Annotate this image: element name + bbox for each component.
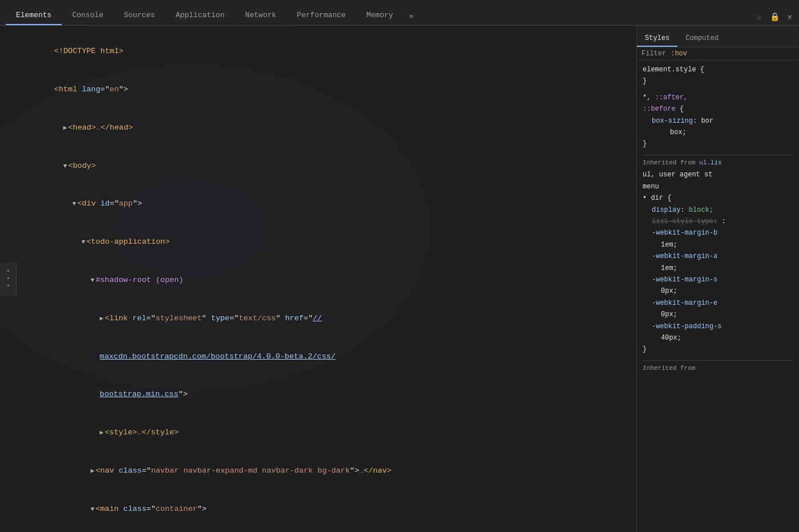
webkit-margin-a-prop: -webkit-margin-a <box>643 251 793 262</box>
code-line-div-app: ▼<div id="app"> <box>17 185 625 223</box>
tab-computed[interactable]: Computed <box>677 31 727 47</box>
styles-filter-bar: Filter :hov <box>637 47 799 61</box>
dir-close: } <box>643 344 793 355</box>
code-line-body: ▼<body> <box>17 147 625 185</box>
code-line-style1: ▶<style>…</style> <box>17 414 625 452</box>
dom-tree: <!DOCTYPE html> <html lang="en"> ▶<head>… <box>0 26 636 532</box>
box-value: box; <box>643 127 793 138</box>
tab-styles[interactable]: Styles <box>637 31 677 47</box>
menu-selector: menu <box>643 181 793 192</box>
webkit-padding-s-val: 40px; <box>643 332 793 344</box>
dir-selector: • dir { <box>643 192 793 204</box>
filter-label: Filter <box>641 50 666 58</box>
box-sizing-prop: box-sizing: bor <box>643 115 793 127</box>
lock-icon: 🔒 <box>768 11 782 23</box>
tab-elements[interactable]: Elements <box>6 6 62 25</box>
code-line-shadow-root: ▼#shadow-root (open) <box>17 261 625 300</box>
tab-application[interactable]: Application <box>166 6 235 25</box>
tab-network[interactable]: Network <box>235 6 286 25</box>
styles-panel: Styles Computed Filter :hov element.styl… <box>636 26 799 532</box>
devtools-navbar: Elements Console Sources Application Net… <box>0 0 799 26</box>
list-style-prop: list-style-type: : <box>643 216 793 227</box>
style-block-inherited: Inherited from ul.lis ul, user agent st … <box>643 155 793 356</box>
nav-more-button[interactable]: » <box>403 7 419 25</box>
element-style-close: } <box>643 75 793 87</box>
tab-sources[interactable]: Sources <box>114 6 166 25</box>
close-icon[interactable]: ✕ <box>785 11 794 23</box>
webkit-margin-b-val: 1em; <box>643 239 793 251</box>
styles-tabs: Styles Computed <box>637 26 799 47</box>
webkit-margin-e-prop: -webkit-margin-e <box>643 297 793 309</box>
webkit-padding-s-prop: -webkit-padding-s <box>643 321 793 332</box>
style-block-universal: *, ::after, ::before { box-sizing: bor b… <box>643 92 793 150</box>
elements-panel: ··· <!DOCTYPE html> <html lang="en"> ▶<h… <box>0 26 636 532</box>
style-block-element: element.style { } <box>643 64 793 87</box>
display-prop: display: block; <box>643 204 793 216</box>
webkit-margin-s-val: 0px; <box>643 285 793 297</box>
code-line-link: ▶<link rel="stylesheet" type="text/css" … <box>17 300 625 338</box>
code-line-html: <html lang="en"> <box>17 71 625 109</box>
sidebar-collapse-handle[interactable]: ··· <box>0 262 17 296</box>
code-line-todo-form: ▼<todo-form> <box>17 528 625 532</box>
nav-right-icons: ☆ 🔒 ✕ <box>754 11 799 25</box>
code-line-link-end: bootstrap.min.css"> <box>17 376 625 414</box>
webkit-margin-a-val: 1em; <box>643 263 793 274</box>
universal-selector: *, ::after, <box>643 92 793 103</box>
code-line-nav: ▶<nav class="navbar navbar-expand-md nav… <box>17 452 625 490</box>
style-block-inherited-2: Inherited from <box>643 360 793 374</box>
before-selector: ::before { <box>643 103 793 115</box>
styles-content: element.style { } *, ::after, ::before {… <box>637 61 799 532</box>
tab-console[interactable]: Console <box>62 6 114 25</box>
star-icon[interactable]: ☆ <box>754 11 764 23</box>
code-line-main: ▼<main class="container"> <box>17 490 625 529</box>
code-line-todo-application: ▼<todo-application> <box>17 223 625 261</box>
webkit-margin-e-val: 0px; <box>643 309 793 320</box>
ul-agent-selector: ul, user agent st <box>643 169 793 180</box>
code-line-doctype: <!DOCTYPE html> <box>17 33 625 71</box>
code-line-head: ▶<head>…</head> <box>17 109 625 147</box>
element-style-selector: element.style { <box>643 64 793 75</box>
tab-performance[interactable]: Performance <box>286 6 356 25</box>
filter-hov-button[interactable]: :hov <box>671 50 687 58</box>
webkit-margin-b-prop: -webkit-margin-b <box>643 227 793 239</box>
main-layout: ··· <!DOCTYPE html> <html lang="en"> ▶<h… <box>0 26 799 532</box>
webkit-margin-s-prop: -webkit-margin-s <box>643 274 793 285</box>
tab-memory[interactable]: Memory <box>356 6 403 25</box>
inherited-from-label-2: Inherited from <box>643 360 793 374</box>
universal-close: } <box>643 138 793 150</box>
code-line-link-url: maxcdn.bootstrapcdn.com/bootstrap/4.0.0-… <box>17 337 625 376</box>
inherited-from-label: Inherited from ul.lis <box>643 155 793 168</box>
